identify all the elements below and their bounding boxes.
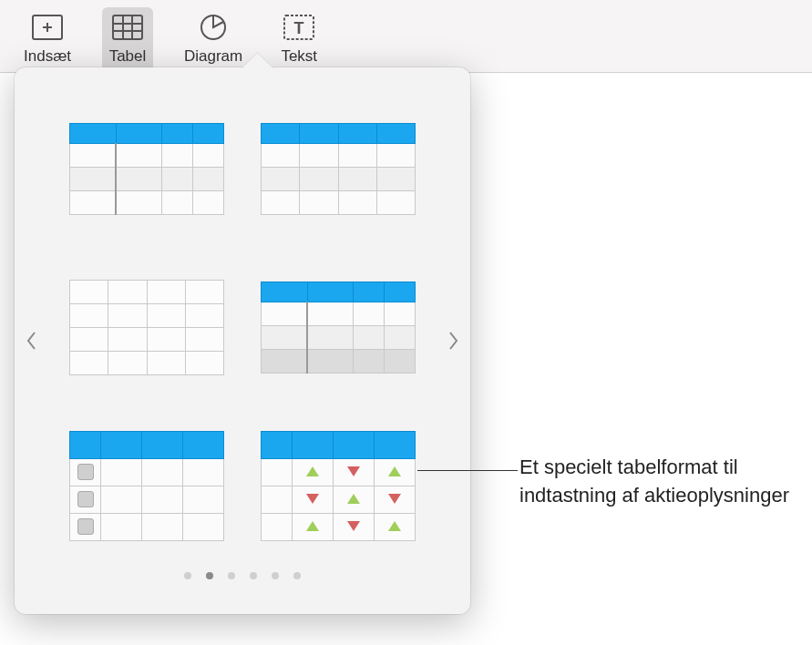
toolbar-text[interactable]: T Tekst xyxy=(273,7,324,72)
callout-text: Et specielt tabelformat til indtastning … xyxy=(519,454,793,510)
toolbar-label: Tabel xyxy=(109,47,147,66)
page-dot-3[interactable] xyxy=(228,572,235,579)
page-dot-2[interactable] xyxy=(206,572,213,579)
page-dot-5[interactable] xyxy=(272,572,279,579)
table-styles-popover xyxy=(15,67,470,614)
toolbar-label: Tekst xyxy=(281,47,317,66)
table-style-stock[interactable] xyxy=(261,421,416,550)
page-dots xyxy=(42,572,443,579)
table-style-header-column[interactable] xyxy=(69,104,224,233)
toolbar-table[interactable]: Tabel xyxy=(102,7,153,72)
svg-rect-3 xyxy=(113,15,142,39)
chart-icon xyxy=(193,11,233,44)
toolbar-chart[interactable]: Diagram xyxy=(179,7,248,72)
callout-line xyxy=(417,470,518,471)
svg-text:T: T xyxy=(294,19,304,37)
table-style-plain[interactable] xyxy=(69,262,224,392)
page-dot-4[interactable] xyxy=(250,572,257,579)
table-style-header-only[interactable] xyxy=(261,104,416,233)
chevron-right-icon xyxy=(448,331,459,351)
table-icon xyxy=(108,11,148,44)
insert-icon xyxy=(27,11,67,44)
page-dot-6[interactable] xyxy=(293,572,301,579)
chevron-left-icon xyxy=(26,331,36,351)
toolbar-insert[interactable]: Indsæt xyxy=(18,7,77,72)
toolbar-label: Indsæt xyxy=(24,47,71,66)
table-style-checklist[interactable] xyxy=(69,421,224,550)
table-styles-grid xyxy=(42,104,443,550)
page-dot-1[interactable] xyxy=(184,572,191,579)
next-page-button[interactable] xyxy=(445,322,463,359)
toolbar: Indsæt Tabel Diagram T Tekst xyxy=(0,0,812,73)
table-style-header-footer[interactable] xyxy=(261,262,416,392)
previous-page-button[interactable] xyxy=(22,322,40,359)
text-icon: T xyxy=(279,11,319,44)
toolbar-label: Diagram xyxy=(184,47,242,66)
